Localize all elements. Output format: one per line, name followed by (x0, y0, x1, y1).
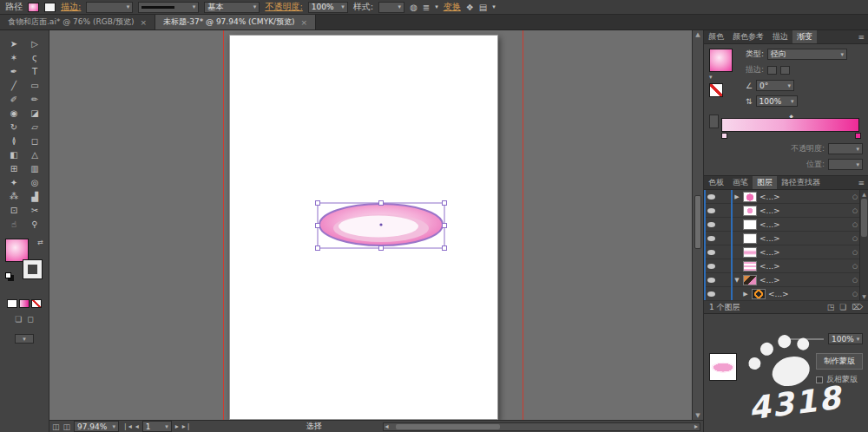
gradient-slider-bar[interactable] (721, 118, 859, 132)
artboard-number-select[interactable]: 1▾ (142, 421, 172, 432)
scroll-down-icon[interactable]: ▼ (860, 293, 868, 299)
tool-perspective-grid[interactable]: △ (24, 147, 45, 161)
chevron-down-icon[interactable]: ▾ (709, 74, 713, 81)
gradient-stop-end[interactable] (855, 133, 861, 139)
canvas[interactable]: ▲ ▼ (49, 30, 703, 420)
tool-type[interactable]: T (24, 64, 45, 78)
tool-magic-wand[interactable]: ✶ (3, 50, 24, 64)
align-icon[interactable]: ≣ (423, 3, 430, 12)
gradient-stop-start[interactable] (721, 133, 727, 139)
tool-pencil[interactable]: ✏ (24, 92, 45, 106)
tool-blob-brush[interactable]: ◉ (3, 106, 24, 120)
layer-row[interactable]: ▶ <...> ○ (704, 287, 868, 301)
style-select[interactable]: ▾ (378, 2, 404, 13)
selected-artwork-plate[interactable] (312, 197, 450, 254)
scroll-up-icon[interactable]: ▲ (693, 31, 703, 38)
target-icon[interactable]: ○ (852, 291, 858, 298)
width-profile-select[interactable]: ▾ (138, 2, 199, 13)
tool-slice[interactable]: ✂ (24, 203, 45, 217)
make-mask-button[interactable]: 制作蒙版 (816, 353, 863, 370)
gradient-fill-swatch[interactable] (709, 49, 733, 72)
tool-gradient[interactable]: ▥ (24, 161, 45, 175)
target-icon[interactable]: ○ (852, 263, 858, 270)
first-artboard-button[interactable]: ❘◂ (122, 422, 132, 430)
invert-mask-checkbox[interactable] (816, 376, 823, 383)
chevron-down-icon[interactable]: ▾ (492, 3, 496, 10)
layer-row[interactable]: <...> ○ (704, 232, 868, 245)
gradient-opacity-select[interactable]: ▾ (828, 143, 863, 154)
stroke-link[interactable]: 描边: (61, 1, 81, 13)
gradient-fill-stroke-toggle[interactable] (709, 115, 719, 128)
chevron-down-icon[interactable]: ▾ (435, 3, 438, 10)
draw-normal-icon[interactable]: ❏ (15, 315, 22, 324)
transform-link[interactable]: 变换 (444, 1, 461, 13)
tab-gradient[interactable]: 渐变 (792, 30, 817, 43)
target-icon[interactable]: ○ (852, 235, 858, 242)
scroll-down-icon[interactable]: ▼ (693, 412, 703, 419)
stroke-weight-select[interactable]: ▾ (86, 2, 133, 13)
visibility-eye-icon[interactable] (707, 291, 715, 297)
graphic-styles-icon[interactable]: ▤ (479, 3, 487, 12)
layer-row[interactable]: <...> ○ (704, 245, 868, 259)
fill-color-control[interactable] (5, 239, 29, 262)
tool-eraser[interactable]: ◪ (24, 106, 45, 120)
tool-selection[interactable]: ➤ (3, 36, 24, 50)
transparency-opacity-select[interactable]: 100%▾ (828, 333, 863, 344)
isolate-object-icon[interactable]: ❖ (466, 3, 474, 12)
layers-scrollbar[interactable]: ▲ ▼ (859, 190, 868, 300)
layer-row[interactable]: <...> ○ (704, 204, 868, 218)
visibility-eye-icon[interactable] (707, 250, 715, 255)
visibility-eye-icon[interactable] (707, 236, 715, 241)
tab-pathfinder[interactable]: 路径查找器 (777, 176, 825, 189)
brush-definition-select[interactable]: 基本▾ (204, 2, 260, 13)
opacity-link[interactable]: 不透明度: (265, 1, 302, 13)
tool-width[interactable]: ≬ (3, 134, 24, 147)
document-tab-inactive[interactable]: 食物和店面.ai* @ 76% (RGB/预览) × (0, 15, 155, 29)
vertical-scrollbar[interactable]: ▲ ▼ (692, 30, 703, 420)
tool-shape-builder[interactable]: ◧ (3, 147, 24, 161)
stroke-color-swatch[interactable] (44, 3, 56, 12)
scroll-right-icon[interactable]: ▸ (694, 422, 698, 430)
recolor-artwork-icon[interactable]: ◍ (410, 3, 418, 12)
expand-icon[interactable]: ▶ (733, 193, 740, 200)
tool-line-segment[interactable]: ╱ (3, 78, 24, 92)
tab-color[interactable]: 颜色 (704, 30, 728, 43)
tool-blend[interactable]: ◎ (24, 175, 45, 189)
panel-menu-icon[interactable]: ≡ (854, 30, 868, 43)
gradient-aspect-select[interactable]: 100%▾ (756, 95, 798, 107)
target-icon[interactable]: ○ (852, 193, 858, 200)
tool-direct-selection[interactable]: ▷ (24, 36, 45, 50)
horizontal-scrollbar[interactable]: ◂ ▸ (383, 422, 701, 431)
tab-brushes[interactable]: 画笔 (728, 176, 753, 189)
expand-icon[interactable]: ▼ (733, 277, 740, 284)
tool-paintbrush[interactable]: ✐ (3, 92, 24, 106)
tool-free-transform[interactable]: ◻ (24, 134, 45, 147)
stroke-align-button[interactable] (780, 66, 790, 75)
opacity-select[interactable]: 100%▾ (308, 2, 348, 13)
layers-scroll-thumb[interactable] (861, 199, 867, 237)
target-icon[interactable]: ○ (852, 221, 858, 228)
zoom-level-select[interactable]: 97.94%▾ (74, 421, 119, 432)
previous-artboard-button[interactable]: ◂ (135, 422, 139, 430)
delete-layer-icon[interactable]: ⌦ (852, 303, 863, 311)
collect-layer-icon[interactable]: ◳ (827, 303, 835, 311)
last-artboard-button[interactable]: ▸❘ (182, 422, 192, 430)
tab-color-guide[interactable]: 颜色参考 (728, 30, 768, 43)
new-layer-icon[interactable]: ❏ (839, 303, 846, 311)
gradient-stroke-swatch[interactable] (709, 83, 723, 97)
gradient-button[interactable] (19, 299, 30, 308)
gradient-position-select[interactable]: ▾ (828, 159, 863, 170)
visibility-eye-icon[interactable] (707, 222, 715, 227)
screen-mode-button[interactable]: ▾ (15, 334, 34, 344)
target-icon[interactable]: ○ (852, 249, 858, 256)
visibility-eye-icon[interactable] (707, 264, 715, 269)
draw-inside-icon[interactable]: ◻ (27, 315, 33, 324)
object-thumbnail[interactable] (709, 353, 737, 381)
swap-fill-stroke-icon[interactable]: ⇄ (37, 239, 43, 246)
tool-lasso[interactable]: ς (24, 50, 45, 64)
panel-menu-icon[interactable]: ≡ (854, 176, 868, 189)
target-icon[interactable]: ○ (852, 277, 858, 284)
status-square-icon[interactable]: ◫ (52, 422, 60, 431)
none-button[interactable] (31, 299, 42, 308)
stroke-color-control[interactable] (23, 259, 43, 279)
